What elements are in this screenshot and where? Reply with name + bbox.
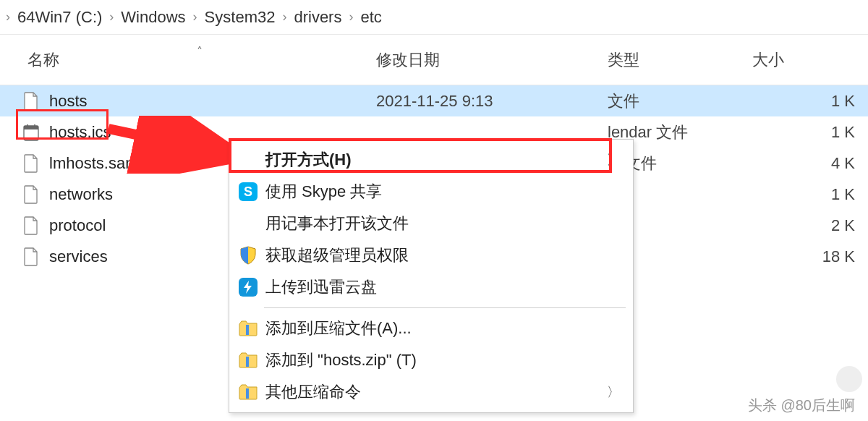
file-icon: [23, 91, 39, 111]
menu-item[interactable]: S使用 Skype 共享: [231, 176, 631, 208]
zip-icon: [231, 352, 265, 368]
menu-item-label: 用记事本打开该文件: [265, 213, 620, 234]
column-headers: 名称 ˄ 修改日期 类型 大小: [0, 35, 868, 85]
file-name: protocol: [49, 216, 106, 235]
file-icon: [23, 122, 39, 143]
menu-item[interactable]: 获取超级管理员权限: [231, 239, 631, 271]
svg-rect-9: [246, 325, 249, 335]
menu-item[interactable]: 添加到 "hosts.zip" (T): [231, 344, 631, 376]
file-size: 18 K: [752, 247, 868, 266]
file-icon: [23, 247, 39, 267]
xunlei-icon: [231, 278, 265, 297]
zip-icon: [231, 320, 265, 336]
column-name-label: 名称: [27, 51, 59, 69]
file-type: 文件: [608, 90, 752, 112]
chevron-right-icon: 〉: [607, 383, 620, 401]
menu-separator: [264, 307, 626, 308]
file-name: networks: [49, 185, 113, 204]
chevron-right-icon: 〉: [607, 151, 620, 169]
crumb-system32[interactable]: System32: [199, 7, 281, 28]
file-icon: [23, 184, 39, 205]
sort-asc-icon: ˄: [197, 45, 203, 59]
svg-rect-1: [24, 126, 38, 129]
column-name[interactable]: 名称 ˄: [0, 49, 376, 71]
svg-rect-10: [246, 357, 249, 367]
file-size: 1 K: [752, 123, 868, 142]
file-size: 1 K: [752, 92, 868, 111]
crumb-drive[interactable]: 64Win7 (C:): [12, 7, 108, 28]
menu-item[interactable]: 打开方式(H)〉: [231, 144, 631, 176]
menu-item[interactable]: 上传到迅雷云盘: [231, 271, 631, 303]
menu-item[interactable]: 其他压缩命令〉: [231, 376, 631, 408]
watermark-text: 头杀 @80后生啊: [748, 396, 855, 415]
chevron-right-icon: ›: [347, 9, 354, 25]
chevron-right-icon: ›: [281, 9, 288, 25]
file-name: hosts.ics: [49, 123, 111, 142]
zip-icon: [231, 384, 265, 400]
chevron-right-icon: ›: [4, 9, 12, 25]
menu-item-label: 添加到压缩文件(A)...: [265, 318, 620, 339]
file-name: hosts: [49, 92, 88, 111]
svg-rect-11: [246, 388, 249, 399]
file-size: 4 K: [752, 154, 868, 173]
menu-item[interactable]: 用记事本打开该文件: [231, 208, 631, 239]
chevron-right-icon: ›: [192, 9, 199, 25]
context-menu[interactable]: 打开方式(H)〉S使用 Skype 共享用记事本打开该文件获取超级管理员权限上传…: [229, 139, 634, 413]
crumb-etc[interactable]: etc: [354, 7, 387, 28]
crumb-drivers[interactable]: drivers: [288, 7, 347, 28]
menu-item-label: 获取超级管理员权限: [265, 244, 620, 266]
column-type[interactable]: 类型: [608, 49, 752, 71]
file-name: services: [49, 247, 108, 266]
skype-icon: S: [231, 182, 265, 201]
file-icon: [23, 153, 39, 174]
menu-item-label: 其他压缩命令: [265, 381, 607, 403]
file-size: 2 K: [752, 216, 868, 235]
menu-item-label: 上传到迅雷云盘: [265, 276, 620, 298]
column-size[interactable]: 大小: [752, 49, 868, 71]
column-date[interactable]: 修改日期: [376, 49, 608, 71]
crumb-windows[interactable]: Windows: [115, 7, 191, 28]
svg-text:S: S: [244, 184, 252, 199]
chevron-right-icon: ›: [108, 9, 115, 25]
file-row[interactable]: hosts2021-11-25 9:13文件1 K: [0, 85, 868, 116]
breadcrumb[interactable]: › 64Win7 (C:) › Windows › System32 › dri…: [0, 0, 868, 35]
file-size: 1 K: [752, 185, 868, 204]
watermark-logo: [836, 366, 862, 392]
file-name: lmhosts.sam: [49, 154, 138, 173]
menu-item-label: 打开方式(H): [265, 149, 607, 171]
file-icon: [23, 216, 39, 236]
menu-item-label: 添加到 "hosts.zip" (T): [265, 349, 620, 371]
shield-icon: [231, 246, 265, 265]
file-date: 2021-11-25 9:13: [376, 92, 608, 111]
menu-item[interactable]: 添加到压缩文件(A)...: [231, 312, 631, 344]
menu-item-label: 使用 Skype 共享: [265, 181, 620, 203]
